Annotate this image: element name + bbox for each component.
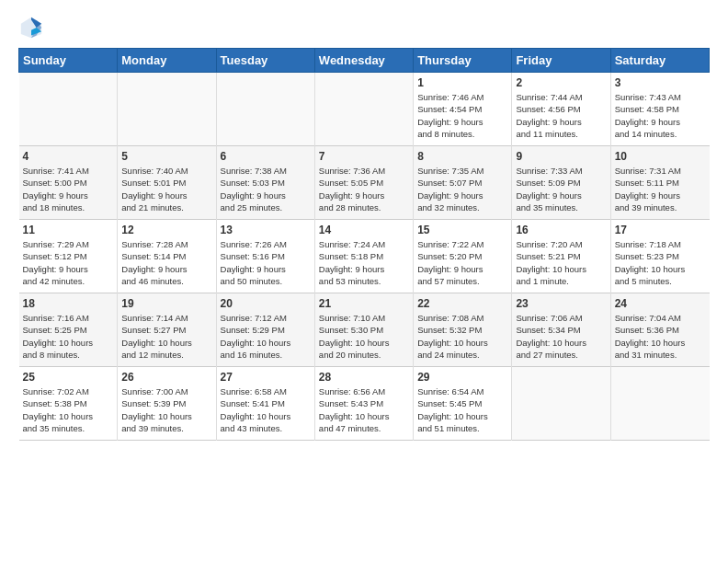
header — [18, 15, 710, 40]
day-number: 1 — [417, 76, 507, 89]
calendar-cell — [610, 367, 709, 441]
calendar-cell — [118, 73, 216, 146]
cell-content: Sunrise: 6:54 AM Sunset: 5:45 PM Dayligh… — [417, 385, 507, 434]
calendar-cell: 12Sunrise: 7:28 AM Sunset: 5:14 PM Dayli… — [118, 220, 216, 293]
calendar-cell: 16Sunrise: 7:20 AM Sunset: 5:21 PM Dayli… — [512, 220, 610, 293]
calendar-cell: 25Sunrise: 7:02 AM Sunset: 5:38 PM Dayli… — [19, 367, 118, 441]
cell-content: Sunrise: 7:26 AM Sunset: 5:16 PM Dayligh… — [221, 238, 311, 287]
day-number: 2 — [516, 76, 606, 89]
calendar-cell: 28Sunrise: 6:56 AM Sunset: 5:43 PM Dayli… — [314, 367, 413, 441]
day-number: 6 — [221, 150, 311, 163]
weekday-header: Saturday — [610, 49, 709, 73]
day-number: 9 — [516, 150, 606, 163]
day-number: 28 — [319, 371, 409, 384]
day-number: 20 — [221, 297, 311, 310]
day-number: 4 — [23, 150, 114, 163]
weekday-header: Friday — [512, 49, 610, 73]
day-number: 26 — [121, 371, 211, 384]
day-number: 29 — [417, 371, 507, 384]
day-number: 5 — [121, 150, 211, 163]
calendar-cell: 8Sunrise: 7:35 AM Sunset: 5:07 PM Daylig… — [414, 146, 512, 220]
cell-content: Sunrise: 7:40 AM Sunset: 5:01 PM Dayligh… — [121, 165, 211, 213]
day-number: 8 — [417, 150, 507, 163]
cell-content: Sunrise: 7:44 AM Sunset: 4:56 PM Dayligh… — [516, 91, 606, 140]
day-number: 23 — [516, 297, 606, 310]
cell-content: Sunrise: 7:04 AM Sunset: 5:36 PM Dayligh… — [615, 312, 706, 361]
cell-content: Sunrise: 7:41 AM Sunset: 5:00 PM Dayligh… — [23, 165, 114, 213]
day-number: 19 — [121, 297, 211, 310]
cell-content: Sunrise: 7:46 AM Sunset: 4:54 PM Dayligh… — [417, 91, 507, 140]
cell-content: Sunrise: 6:56 AM Sunset: 5:43 PM Dayligh… — [319, 385, 409, 434]
day-number: 13 — [221, 224, 311, 236]
cell-content: Sunrise: 7:16 AM Sunset: 5:25 PM Dayligh… — [23, 312, 114, 361]
day-number: 16 — [516, 224, 606, 236]
weekday-header: Sunday — [19, 49, 118, 73]
day-number: 22 — [417, 297, 507, 310]
day-number: 3 — [615, 76, 706, 89]
cell-content: Sunrise: 7:24 AM Sunset: 5:18 PM Dayligh… — [319, 238, 409, 287]
cell-content: Sunrise: 7:00 AM Sunset: 5:39 PM Dayligh… — [121, 385, 211, 434]
day-number: 10 — [615, 150, 706, 163]
day-number: 27 — [221, 371, 311, 384]
calendar-week-row: 25Sunrise: 7:02 AM Sunset: 5:38 PM Dayli… — [19, 367, 710, 441]
cell-content: Sunrise: 7:14 AM Sunset: 5:27 PM Dayligh… — [121, 312, 211, 361]
calendar-cell: 29Sunrise: 6:54 AM Sunset: 5:45 PM Dayli… — [414, 367, 512, 441]
calendar-cell — [19, 73, 118, 146]
cell-content: Sunrise: 7:18 AM Sunset: 5:23 PM Dayligh… — [615, 238, 706, 287]
calendar-cell: 2Sunrise: 7:44 AM Sunset: 4:56 PM Daylig… — [512, 73, 610, 146]
weekday-header: Monday — [118, 49, 216, 73]
calendar-cell: 22Sunrise: 7:08 AM Sunset: 5:32 PM Dayli… — [414, 293, 512, 367]
weekday-header: Thursday — [414, 49, 512, 73]
cell-content: Sunrise: 7:28 AM Sunset: 5:14 PM Dayligh… — [121, 238, 211, 287]
calendar-cell: 14Sunrise: 7:24 AM Sunset: 5:18 PM Dayli… — [314, 220, 413, 293]
cell-content: Sunrise: 7:35 AM Sunset: 5:07 PM Dayligh… — [417, 165, 507, 213]
day-number: 18 — [23, 297, 114, 310]
weekday-header-row: SundayMondayTuesdayWednesdayThursdayFrid… — [19, 49, 710, 73]
calendar-cell: 5Sunrise: 7:40 AM Sunset: 5:01 PM Daylig… — [118, 146, 216, 220]
day-number: 25 — [23, 371, 114, 384]
cell-content: Sunrise: 7:06 AM Sunset: 5:34 PM Dayligh… — [516, 312, 606, 361]
calendar-cell: 26Sunrise: 7:00 AM Sunset: 5:39 PM Dayli… — [118, 367, 216, 441]
calendar-cell: 13Sunrise: 7:26 AM Sunset: 5:16 PM Dayli… — [216, 220, 314, 293]
cell-content: Sunrise: 7:36 AM Sunset: 5:05 PM Dayligh… — [319, 165, 409, 213]
logo — [18, 15, 48, 40]
calendar-cell — [512, 367, 610, 441]
page-container: SundayMondayTuesdayWednesdayThursdayFrid… — [0, 0, 728, 450]
calendar-cell: 17Sunrise: 7:18 AM Sunset: 5:23 PM Dayli… — [610, 220, 709, 293]
cell-content: Sunrise: 7:08 AM Sunset: 5:32 PM Dayligh… — [417, 312, 507, 361]
cell-content: Sunrise: 7:33 AM Sunset: 5:09 PM Dayligh… — [516, 165, 606, 213]
cell-content: Sunrise: 7:10 AM Sunset: 5:30 PM Dayligh… — [319, 312, 409, 361]
day-number: 14 — [319, 224, 409, 236]
cell-content: Sunrise: 7:12 AM Sunset: 5:29 PM Dayligh… — [221, 312, 311, 361]
cell-content: Sunrise: 7:22 AM Sunset: 5:20 PM Dayligh… — [417, 238, 507, 287]
day-number: 21 — [319, 297, 409, 310]
calendar-cell: 24Sunrise: 7:04 AM Sunset: 5:36 PM Dayli… — [610, 293, 709, 367]
calendar-cell — [216, 73, 314, 146]
calendar-cell: 7Sunrise: 7:36 AM Sunset: 5:05 PM Daylig… — [314, 146, 413, 220]
day-number: 15 — [417, 224, 507, 236]
calendar-week-row: 18Sunrise: 7:16 AM Sunset: 5:25 PM Dayli… — [19, 293, 710, 367]
calendar-cell: 23Sunrise: 7:06 AM Sunset: 5:34 PM Dayli… — [512, 293, 610, 367]
calendar-cell: 20Sunrise: 7:12 AM Sunset: 5:29 PM Dayli… — [216, 293, 314, 367]
calendar-week-row: 1Sunrise: 7:46 AM Sunset: 4:54 PM Daylig… — [19, 73, 710, 146]
calendar-cell: 1Sunrise: 7:46 AM Sunset: 4:54 PM Daylig… — [414, 73, 512, 146]
day-number: 7 — [319, 150, 409, 163]
cell-content: Sunrise: 7:43 AM Sunset: 4:58 PM Dayligh… — [615, 91, 706, 140]
day-number: 24 — [615, 297, 706, 310]
weekday-header: Tuesday — [216, 49, 314, 73]
logo-icon — [18, 15, 44, 40]
calendar-week-row: 11Sunrise: 7:29 AM Sunset: 5:12 PM Dayli… — [19, 220, 710, 293]
calendar-week-row: 4Sunrise: 7:41 AM Sunset: 5:00 PM Daylig… — [19, 146, 710, 220]
day-number: 17 — [615, 224, 706, 236]
weekday-header: Wednesday — [314, 49, 413, 73]
cell-content: Sunrise: 6:58 AM Sunset: 5:41 PM Dayligh… — [221, 385, 311, 434]
calendar-cell: 6Sunrise: 7:38 AM Sunset: 5:03 PM Daylig… — [216, 146, 314, 220]
calendar-cell: 27Sunrise: 6:58 AM Sunset: 5:41 PM Dayli… — [216, 367, 314, 441]
calendar-cell: 21Sunrise: 7:10 AM Sunset: 5:30 PM Dayli… — [314, 293, 413, 367]
calendar-table: SundayMondayTuesdayWednesdayThursdayFrid… — [18, 48, 710, 441]
cell-content: Sunrise: 7:31 AM Sunset: 5:11 PM Dayligh… — [615, 165, 706, 213]
day-number: 12 — [121, 224, 211, 236]
calendar-cell: 4Sunrise: 7:41 AM Sunset: 5:00 PM Daylig… — [19, 146, 118, 220]
calendar-cell: 10Sunrise: 7:31 AM Sunset: 5:11 PM Dayli… — [610, 146, 709, 220]
calendar-cell: 3Sunrise: 7:43 AM Sunset: 4:58 PM Daylig… — [610, 73, 709, 146]
